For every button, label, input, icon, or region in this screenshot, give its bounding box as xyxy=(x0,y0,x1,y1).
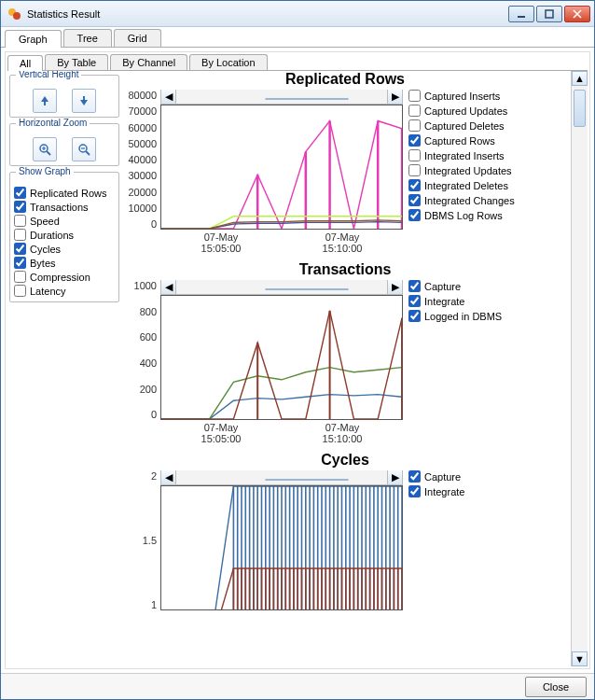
legend-cy-1-checkbox[interactable] xyxy=(408,485,421,497)
y-tick: 0 xyxy=(123,218,157,230)
legend-tx-1-checkbox[interactable] xyxy=(408,295,421,307)
x-tick: 07-May15:05:00 xyxy=(201,422,242,444)
legend-tx-0-checkbox[interactable] xyxy=(408,280,421,292)
show-graph-item-7: Latency xyxy=(14,284,115,298)
y-axis: 8000070000600005000040000300002000010000… xyxy=(123,90,160,230)
legend-rr-7-checkbox[interactable] xyxy=(408,194,421,206)
close-window-button[interactable] xyxy=(564,6,590,22)
legend-tx-2-checkbox[interactable] xyxy=(408,310,421,322)
y-tick: 0 xyxy=(123,409,157,420)
legend-rr-2-checkbox[interactable] xyxy=(408,119,421,132)
y-tick: 800 xyxy=(123,306,157,317)
legend-tx-1-label: Integrate xyxy=(424,296,464,307)
minimize-button[interactable] xyxy=(508,6,534,22)
y-tick: 50000 xyxy=(123,138,157,149)
scroll-right-icon[interactable]: ▶ xyxy=(387,280,402,294)
titlebar[interactable]: Statistics Result xyxy=(1,1,594,27)
tab-tree[interactable]: Tree xyxy=(63,29,112,47)
sub-tabs: All By Table By Channel By Location xyxy=(7,54,588,71)
scroll-left-icon[interactable]: ◀ xyxy=(161,90,176,104)
show-graph-item-7-checkbox[interactable] xyxy=(14,285,26,297)
window-title: Statistics Result xyxy=(27,8,508,20)
scroll-right-icon[interactable]: ▶ xyxy=(387,90,402,104)
subtab-bylocation[interactable]: By Location xyxy=(189,54,267,70)
subtab-all[interactable]: All xyxy=(7,55,43,71)
scroll-thumb[interactable] xyxy=(265,288,349,290)
legend-rr-5: Integrated Updates xyxy=(408,164,515,179)
hscrollbar[interactable]: ◀ ▶ xyxy=(160,90,403,105)
legend-rr-3-checkbox[interactable] xyxy=(408,134,421,147)
hscrollbar[interactable]: ◀ ▶ xyxy=(160,280,403,295)
x-tick: 07-May15:10:00 xyxy=(323,422,363,444)
svg-rect-5 xyxy=(83,96,85,100)
group-title: Show Graph xyxy=(16,166,74,176)
scroll-thumb[interactable] xyxy=(265,98,349,100)
svg-point-1 xyxy=(13,12,21,20)
legend: Captured InsertsCaptured UpdatesCaptured… xyxy=(408,90,515,224)
show-graph-item-6-checkbox[interactable] xyxy=(14,271,26,283)
legend-rr-6: Integrated Deletes xyxy=(408,179,515,194)
maximize-button[interactable] xyxy=(536,6,562,22)
show-graph-item-7-label: Latency xyxy=(30,286,66,297)
scroll-left-icon[interactable]: ◀ xyxy=(161,470,176,484)
y-tick: 60000 xyxy=(123,122,157,133)
tab-graph[interactable]: Graph xyxy=(5,30,62,48)
scroll-thumb[interactable] xyxy=(265,479,349,481)
svg-rect-3 xyxy=(546,10,553,18)
x-tick: 07-May15:05:00 xyxy=(201,231,242,254)
y-tick: 1.5 xyxy=(123,535,157,546)
scroll-thumb[interactable] xyxy=(574,90,586,127)
horizontal-zoom-group: Horizontal Zoom xyxy=(9,123,119,166)
chart-title: Replicated Rows xyxy=(123,71,567,88)
show-graph-item-5-checkbox[interactable] xyxy=(14,257,26,269)
legend-rr-7: Integrated Changes xyxy=(408,194,515,209)
x-axis-labels: 07-May15:05:0007-May15:10:00 xyxy=(160,231,403,254)
show-graph-item-0-checkbox[interactable] xyxy=(14,187,26,199)
scroll-down-icon[interactable]: ▼ xyxy=(572,651,588,666)
vertical-scrollbar[interactable]: ▲ ▼ xyxy=(571,71,588,666)
legend: CaptureIntegrateLogged in DBMS xyxy=(408,280,502,325)
legend-rr-5-label: Integrated Updates xyxy=(424,165,512,176)
sidebar: Vertical Height Horizontal Zoom Show Gra… xyxy=(7,71,123,666)
show-graph-item-3-checkbox[interactable] xyxy=(14,229,26,241)
legend-rr-8-checkbox[interactable] xyxy=(408,209,421,221)
legend-rr-7-label: Integrated Changes xyxy=(424,195,515,206)
subtab-bychannel[interactable]: By Channel xyxy=(110,54,187,70)
legend-rr-0-checkbox[interactable] xyxy=(408,90,421,102)
show-graph-item-4-checkbox[interactable] xyxy=(14,243,26,255)
show-graph-item-0-label: Replicated Rows xyxy=(30,188,107,199)
tab-grid[interactable]: Grid xyxy=(114,29,161,47)
footer: Close xyxy=(1,673,594,699)
scroll-right-icon[interactable]: ▶ xyxy=(387,470,402,484)
legend-rr-4-checkbox[interactable] xyxy=(408,149,421,161)
legend-rr-5-checkbox[interactable] xyxy=(408,164,421,176)
y-tick: 30000 xyxy=(123,170,157,181)
vh-up-button[interactable] xyxy=(33,89,57,113)
show-graph-item-2-checkbox[interactable] xyxy=(14,215,26,227)
hscrollbar[interactable]: ◀ ▶ xyxy=(160,470,403,485)
y-tick: 600 xyxy=(123,331,157,343)
show-graph-item-1-checkbox[interactable] xyxy=(14,201,26,213)
chart-title: Cycles xyxy=(123,452,567,469)
legend-rr-6-checkbox[interactable] xyxy=(408,179,421,191)
legend-tx-2-label: Logged in DBMS xyxy=(424,311,502,322)
show-graph-group: Show Graph Replicated RowsTransactionsSp… xyxy=(9,172,119,302)
legend-cy-0-checkbox[interactable] xyxy=(408,470,421,483)
show-graph-item-6-label: Compression xyxy=(30,272,90,283)
scroll-left-icon[interactable]: ◀ xyxy=(161,280,176,294)
legend-tx-2: Logged in DBMS xyxy=(408,310,502,325)
legend-cy-1-label: Integrate xyxy=(424,486,464,497)
y-tick: 20000 xyxy=(123,187,157,198)
svg-rect-4 xyxy=(44,102,46,105)
legend-rr-1-checkbox[interactable] xyxy=(408,105,421,117)
y-tick: 10000 xyxy=(123,203,157,214)
zoom-in-button[interactable] xyxy=(33,137,57,161)
close-button[interactable]: Close xyxy=(525,677,587,697)
chart-title: Transactions xyxy=(123,261,567,278)
scroll-up-icon[interactable]: ▲ xyxy=(572,71,588,86)
subtab-bytable[interactable]: By Table xyxy=(45,54,108,70)
y-tick: 2 xyxy=(123,470,157,482)
vh-down-button[interactable] xyxy=(72,89,96,113)
zoom-out-button[interactable] xyxy=(72,137,96,161)
y-tick: 1 xyxy=(123,599,157,610)
